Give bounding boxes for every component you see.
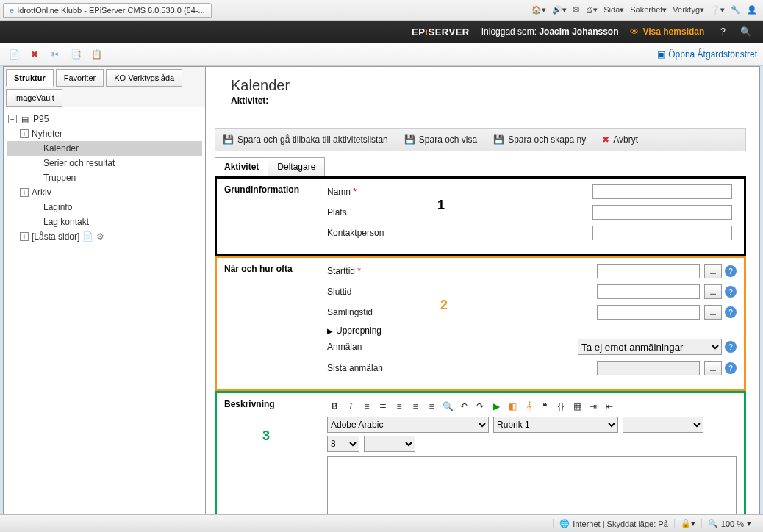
- picker-sista[interactable]: ...: [704, 361, 722, 375]
- tree-root[interactable]: − ▤ P95: [7, 112, 202, 126]
- input-sluttid[interactable]: [597, 284, 700, 299]
- tree-item-arkiv[interactable]: + Arkiv: [7, 185, 202, 200]
- quote-button[interactable]: ❝: [537, 399, 552, 414]
- label-sluttid: Sluttid: [327, 287, 445, 297]
- marker-1: 1: [437, 198, 445, 213]
- tree-item-locked[interactable]: + [Låsta sidor] 📄 ⚙: [7, 229, 202, 244]
- zoom-control[interactable]: 🔍 100 % ▾: [701, 519, 757, 528]
- picker-starttid[interactable]: ...: [704, 264, 722, 278]
- tools-menu[interactable]: Verktyg▾: [673, 5, 704, 15]
- ie-tab-title: IdrottOnline Klubb - EPiServer CMS 6.0.5…: [17, 6, 205, 15]
- save-back-button[interactable]: 💾Spara och gå tillbaka till aktivitetsli…: [220, 133, 391, 146]
- content-scroll[interactable]: Kalender Aktivitet: 💾Spara och gå tillba…: [206, 67, 759, 518]
- save-new-button[interactable]: 💾Spara och skapa ny: [490, 133, 589, 146]
- input-samlingstid[interactable]: [597, 305, 700, 320]
- upprepning-expander[interactable]: ▶ Upprepning: [327, 326, 737, 336]
- tree-item-kalender[interactable]: Kalender: [7, 141, 202, 156]
- expand-icon[interactable]: +: [20, 129, 29, 138]
- ie-tab[interactable]: e IdrottOnline Klubb - EPiServer CMS 6.0…: [3, 3, 212, 18]
- input-plats[interactable]: [592, 205, 732, 220]
- form-tabs: Aktivitet Deltagare: [215, 157, 746, 176]
- align-center-button[interactable]: ≡: [408, 399, 423, 414]
- help-button[interactable]: ?: [716, 26, 730, 37]
- tool2-button[interactable]: ⇤: [602, 399, 617, 414]
- copy-icon[interactable]: 📑: [68, 46, 84, 62]
- tree-item-laginfo[interactable]: Laginfo: [7, 200, 202, 215]
- image-button[interactable]: ▶: [489, 399, 504, 414]
- gear-icon: ⚙: [96, 231, 104, 242]
- table-button[interactable]: ▦: [570, 399, 584, 414]
- select-anmalan[interactable]: Ta ej emot anmälningar: [578, 339, 722, 355]
- tab-aktivitet[interactable]: Aktivitet: [215, 157, 268, 176]
- font-select[interactable]: Adobe Arabic: [327, 417, 489, 433]
- cancel-button[interactable]: ✖Avbryt: [599, 133, 641, 146]
- tree-item-lagkontakt[interactable]: Lag kontakt: [7, 215, 202, 229]
- italic-button[interactable]: I: [343, 399, 358, 414]
- safety-menu[interactable]: Säkerhet▾: [630, 5, 667, 15]
- print-icon[interactable]: 🖨▾: [585, 5, 598, 15]
- box-beskrivning: 3 Beskrivning B I ≡ ≣ ≡ ≡ ≡ 🔍 ↶ ↷ ▶ ◧ 𝄞 …: [215, 391, 746, 518]
- search-button[interactable]: 🔍: [736, 26, 756, 37]
- home-icon[interactable]: 🏠▾: [531, 5, 546, 15]
- feeds-icon[interactable]: 🔊▾: [552, 5, 567, 15]
- link-button[interactable]: 𝄞: [521, 399, 536, 414]
- cut-icon[interactable]: ✂: [47, 46, 63, 62]
- extra-select[interactable]: [623, 417, 703, 433]
- redo-button[interactable]: ↷: [473, 399, 487, 414]
- extra2-select[interactable]: [364, 436, 415, 452]
- rte-size-row: 8: [327, 436, 737, 452]
- open-actions-panel[interactable]: ▣ Öppna Åtgärdsfönstret: [657, 49, 757, 60]
- user-icon[interactable]: 👤: [747, 5, 757, 15]
- expand-icon[interactable]: +: [20, 188, 29, 197]
- status-security[interactable]: 🔓▾: [674, 519, 701, 528]
- save-icon: 💾: [493, 134, 504, 145]
- help-icon[interactable]: ?: [725, 341, 737, 353]
- eye-icon: 👁: [630, 26, 639, 37]
- expand-icon[interactable]: +: [20, 232, 29, 241]
- tab-imagevault[interactable]: ImageVault: [6, 89, 62, 107]
- media-button[interactable]: ◧: [505, 399, 520, 414]
- tab-ko[interactable]: KO Verktygslåda: [106, 69, 182, 87]
- input-namn[interactable]: [592, 184, 732, 199]
- tool-icon[interactable]: 🔧: [731, 5, 741, 15]
- bold-button[interactable]: B: [327, 399, 342, 414]
- style-select[interactable]: Rubrik 1: [493, 417, 618, 433]
- align-left-button[interactable]: ≡: [392, 399, 406, 414]
- triangle-right-icon: ▶: [327, 327, 333, 335]
- help-icon[interactable]: ?: [725, 362, 737, 374]
- help-icon[interactable]: ?: [725, 306, 737, 318]
- input-starttid[interactable]: [597, 264, 700, 278]
- rte-textarea[interactable]: [327, 456, 737, 518]
- help-icon[interactable]: ?: [725, 265, 737, 277]
- picker-sluttid[interactable]: ...: [704, 284, 722, 299]
- page-menu[interactable]: Sida▾: [603, 5, 624, 15]
- tree-item-truppen[interactable]: Truppen: [7, 170, 202, 185]
- align-right-button[interactable]: ≡: [424, 399, 439, 414]
- tree-item-serier[interactable]: Serier och resultat: [7, 156, 202, 170]
- input-kontakt[interactable]: [592, 226, 732, 240]
- view-website-link[interactable]: 👁 Visa hemsidan: [630, 26, 704, 37]
- new-page-icon[interactable]: 📄: [6, 46, 22, 62]
- code-button[interactable]: {}: [554, 399, 568, 414]
- bullet-list-button[interactable]: ≣: [376, 399, 390, 414]
- paste-icon[interactable]: 📋: [88, 46, 104, 62]
- tool1-button[interactable]: ⇥: [586, 399, 601, 414]
- panel-icon: ▣: [657, 49, 665, 60]
- picker-samlingstid[interactable]: ...: [704, 305, 722, 320]
- help-icon[interactable]: ❔▾: [710, 5, 725, 15]
- delete-icon[interactable]: ✖: [26, 46, 43, 62]
- tab-deltagare[interactable]: Deltagare: [268, 157, 325, 176]
- tab-favoriter[interactable]: Favoriter: [56, 69, 104, 87]
- undo-button[interactable]: ↶: [456, 399, 471, 414]
- marker-2: 2: [440, 298, 448, 313]
- tree-item-nyheter[interactable]: + Nyheter: [7, 126, 202, 141]
- save-view-button[interactable]: 💾Spara och visa: [401, 133, 480, 146]
- tab-struktur[interactable]: Struktur: [6, 69, 54, 87]
- numbered-list-button[interactable]: ≡: [359, 399, 374, 414]
- mail-icon[interactable]: ✉: [573, 5, 579, 15]
- find-button[interactable]: 🔍: [440, 399, 455, 414]
- help-icon[interactable]: ?: [725, 286, 737, 298]
- save-icon: 💾: [404, 134, 415, 145]
- size-select[interactable]: 8: [327, 436, 359, 452]
- collapse-icon[interactable]: −: [8, 115, 17, 123]
